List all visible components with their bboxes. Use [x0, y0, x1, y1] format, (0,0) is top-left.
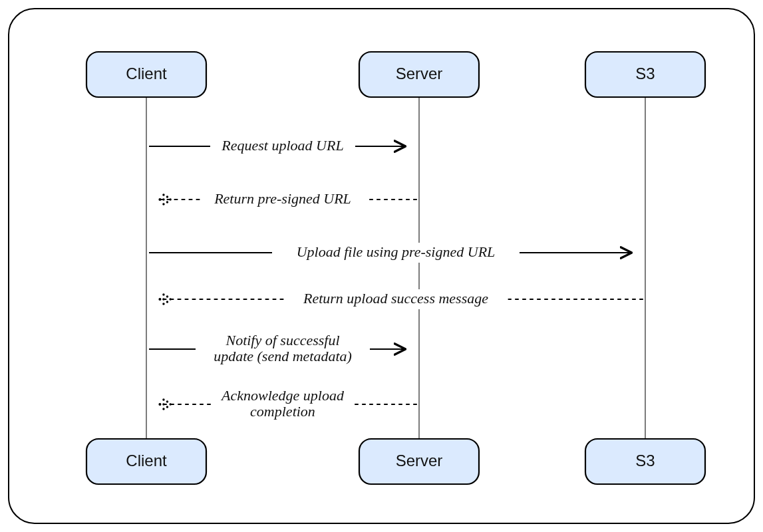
participant-label-server-top: Server [396, 65, 443, 82]
message-label-0: Request upload URL [221, 137, 343, 154]
participant-client-top: Client [86, 52, 206, 97]
message-label-2: Upload file using pre-signed URL [297, 243, 496, 260]
participant-client-bottom: Client [86, 439, 206, 484]
message-1: Return pre-signed URL [161, 190, 416, 209]
participant-label-server-bottom: Server [396, 452, 443, 469]
message-3: Return upload success message [161, 289, 643, 309]
participant-s3-bottom: S3 [585, 439, 705, 484]
message-0: Request upload URL [149, 136, 404, 156]
sequence-diagram-svg: ClientServerS3ClientServerS3Request uplo… [0, 0, 763, 532]
participant-s3-top: S3 [585, 52, 705, 97]
message-label-3: Return upload success message [303, 290, 488, 307]
diagram-stage: ClientServerS3ClientServerS3Request uplo… [0, 0, 763, 532]
participant-server-bottom: Server [359, 439, 479, 484]
participant-server-top: Server [359, 52, 479, 97]
participant-label-s3-top: S3 [635, 65, 655, 82]
message-4: Notify of successfulupdate (send metadat… [149, 331, 404, 367]
message-2: Upload file using pre-signed URL [149, 243, 631, 263]
message-label-1: Return pre-signed URL [214, 190, 351, 207]
message-5: Acknowledge uploadcompletion [161, 386, 416, 422]
participant-label-s3-bottom: S3 [635, 452, 655, 469]
message-label-4: Notify of successfulupdate (send metadat… [214, 332, 352, 364]
participant-label-client-bottom: Client [126, 452, 167, 469]
participant-label-client-top: Client [126, 65, 167, 82]
